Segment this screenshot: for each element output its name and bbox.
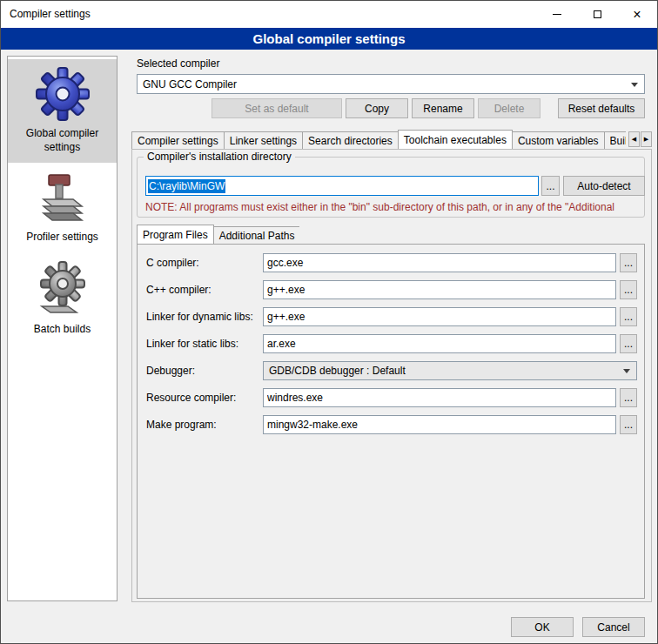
field-label: Make program: <box>146 419 217 431</box>
sidebar: Global compiler settings Profiler settin… <box>7 56 118 601</box>
minimize-icon <box>553 14 561 15</box>
tab-compiler-settings[interactable]: Compiler settings <box>131 131 225 149</box>
compiler-select-value: GNU GCC Compiler <box>143 78 237 91</box>
sidebar-item-batch-builds[interactable]: Batch builds <box>8 253 117 345</box>
field-row-linker-static: Linker for static libs: ... <box>138 334 644 353</box>
installation-directory-input[interactable]: C:\raylib\MinGW <box>145 176 539 196</box>
window-controls: × <box>537 1 657 28</box>
compiler-settings-dialog: Compiler settings × Global compiler sett… <box>0 0 658 644</box>
close-button[interactable]: × <box>617 1 657 28</box>
delete-button: Delete <box>478 98 540 118</box>
note-text: NOTE: All programs must exist either in … <box>145 201 648 213</box>
program-files-panel: C compiler: ... C++ compiler: ... Linker… <box>137 244 645 599</box>
ok-button[interactable]: OK <box>511 617 574 637</box>
c-compiler-input[interactable] <box>263 253 616 272</box>
reset-defaults-button[interactable]: Reset defaults <box>558 98 645 118</box>
field-row-cpp-compiler: C++ compiler: ... <box>138 280 644 299</box>
cpp-compiler-input[interactable] <box>263 280 616 299</box>
tab-program-files[interactable]: Program Files <box>137 225 214 244</box>
browse-resource-compiler-button[interactable]: ... <box>620 388 637 407</box>
field-label: Linker for static libs: <box>146 338 238 350</box>
close-icon: × <box>633 8 641 22</box>
maximize-button[interactable] <box>577 1 617 28</box>
browse-installation-directory-button[interactable]: ... <box>541 176 560 196</box>
browse-make-program-button[interactable]: ... <box>620 415 637 434</box>
dialog-header: Global compiler settings <box>1 28 657 50</box>
browse-linker-static-button[interactable]: ... <box>620 334 637 353</box>
tab-toolchain-executables[interactable]: Toolchain executables <box>398 130 513 149</box>
gear-blue-icon <box>35 66 91 122</box>
resource-compiler-input[interactable] <box>263 388 616 407</box>
sidebar-item-profiler-settings[interactable]: Profiler settings <box>8 163 117 253</box>
browse-c-compiler-button[interactable]: ... <box>620 253 637 272</box>
field-row-resource-compiler: Resource compiler: ... <box>138 388 644 407</box>
gear-gray-icon <box>36 260 90 318</box>
sidebar-item-label: Global compiler settings <box>10 127 115 154</box>
make-program-input[interactable] <box>263 415 616 434</box>
programs-tabs: Program Files Additional Paths <box>137 225 299 244</box>
groupbox-label: Compiler's installation directory <box>144 151 295 163</box>
tabs-scroll-area: Compiler settings Linker settings Search… <box>131 130 626 149</box>
tab-scroll-left-button[interactable]: ◀ <box>628 131 640 147</box>
field-row-debugger: Debugger: GDB/CDB debugger : Default <box>138 361 644 380</box>
linker-static-libs-input[interactable] <box>263 334 616 353</box>
rename-button[interactable]: Rename <box>412 98 474 118</box>
selected-text: C:\raylib\MinGW <box>148 179 225 193</box>
field-label: Resource compiler: <box>146 392 236 404</box>
debugger-select-value: GDB/CDB debugger : Default <box>269 365 406 377</box>
tab-custom-variables[interactable]: Custom variables <box>512 131 605 149</box>
browse-linker-dynamic-button[interactable]: ... <box>620 307 637 326</box>
cancel-button[interactable]: Cancel <box>582 617 645 637</box>
auto-detect-button[interactable]: Auto-detect <box>563 176 645 196</box>
minimize-button[interactable] <box>537 1 577 28</box>
settings-tabstrip: Compiler settings Linker settings Search… <box>131 130 652 149</box>
compiler-actions-row: Set as default Copy Rename Delete Reset … <box>137 98 645 118</box>
tab-build-options[interactable]: Buil <box>604 131 626 149</box>
copy-button[interactable]: Copy <box>346 98 408 118</box>
tab-scroll-right-button[interactable]: ▶ <box>641 131 652 147</box>
debugger-select[interactable]: GDB/CDB debugger : Default <box>263 361 637 380</box>
compiler-select[interactable]: GNU GCC Compiler <box>137 74 645 94</box>
field-label: Linker for dynamic libs: <box>146 311 253 323</box>
programs-tabstrip: Program Files Additional Paths <box>137 225 645 244</box>
tab-linker-settings[interactable]: Linker settings <box>224 131 303 149</box>
maximize-icon <box>594 10 601 18</box>
field-row-c-compiler: C compiler: ... <box>138 253 644 272</box>
chevron-down-icon <box>631 83 638 87</box>
field-label: C compiler: <box>146 257 199 269</box>
linker-dynamic-libs-input[interactable] <box>263 307 616 326</box>
field-row-linker-dynamic: Linker for dynamic libs: ... <box>138 307 644 326</box>
field-label: C++ compiler: <box>146 284 212 296</box>
selected-compiler-label: Selected compiler <box>137 57 219 70</box>
chevron-down-icon <box>623 369 630 373</box>
tab-scroll-arrows: ◀ ▶ <box>628 131 652 147</box>
field-label: Debugger: <box>146 365 195 377</box>
window-title: Compiler settings <box>10 1 91 28</box>
window-titlebar: Compiler settings × <box>1 1 657 28</box>
field-row-make-program: Make program: ... <box>138 415 644 434</box>
tab-search-directories[interactable]: Search directories <box>302 131 399 149</box>
tab-additional-paths[interactable]: Additional Paths <box>213 226 300 244</box>
browse-cpp-compiler-button[interactable]: ... <box>620 280 637 299</box>
set-as-default-button: Set as default <box>212 98 342 118</box>
sidebar-item-global-compiler-settings[interactable]: Global compiler settings <box>8 59 117 163</box>
sidebar-item-label: Batch builds <box>10 323 115 337</box>
sidebar-item-label: Profiler settings <box>10 231 115 245</box>
profiler-icon <box>37 170 89 225</box>
